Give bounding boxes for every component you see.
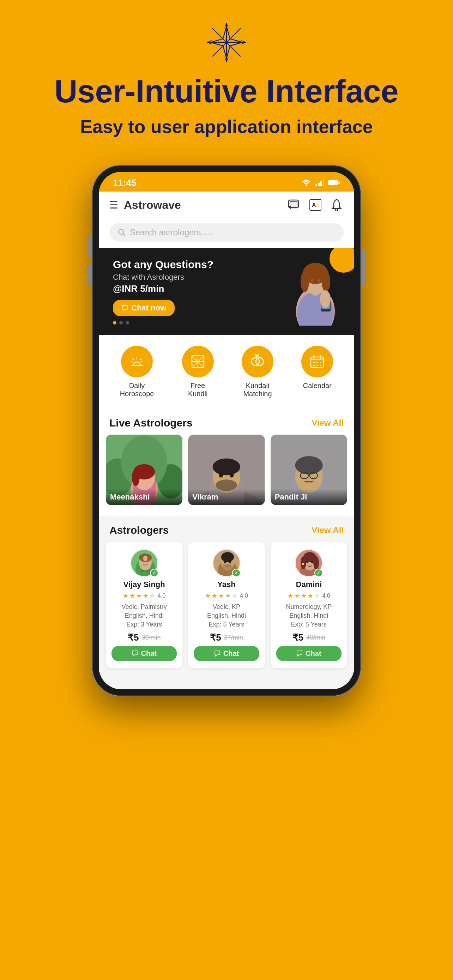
promo-banner: Got any Questions? Chat with Asrologers … xyxy=(99,248,354,335)
live-card-panditji[interactable]: Pandit Ji xyxy=(270,434,347,505)
calendar-circle xyxy=(301,346,333,377)
svg-line-42 xyxy=(141,361,143,361)
yash-avatar-wrap xyxy=(212,549,241,577)
live-card-meenakshi[interactable]: Meenakshi xyxy=(106,434,183,505)
chat-icon xyxy=(132,650,138,657)
svg-point-59 xyxy=(319,362,321,363)
wifi-icon xyxy=(301,179,311,186)
svg-point-86 xyxy=(295,456,323,474)
svg-point-111 xyxy=(302,563,304,565)
live-card-vikram[interactable]: Vikram xyxy=(188,434,265,505)
yash-stars: ★ ★ ★ ★ ★ 4.0 xyxy=(205,592,248,600)
svg-rect-16 xyxy=(320,181,322,186)
search-bar: Search astrologers..... xyxy=(99,218,354,248)
astrologer-card-vijay: SCIENC Vijay xyxy=(106,542,183,668)
top-section: User-Intuitive Interface Easy to user ap… xyxy=(0,0,453,165)
astrologers-view-all[interactable]: View All xyxy=(312,525,343,535)
chat-now-button[interactable]: Chat now xyxy=(113,300,175,316)
banner-content: Got any Questions? Chat with Asrologers … xyxy=(113,259,343,325)
header-right: A A xyxy=(287,198,343,212)
live-view-all[interactable]: View All xyxy=(312,418,343,428)
live-overlay-panditji: Pandit Ji xyxy=(270,489,347,505)
dot-3[interactable] xyxy=(126,321,129,325)
svg-text:A: A xyxy=(312,202,316,208)
quick-item-kundli[interactable]: FreeKundli xyxy=(182,346,214,398)
damini-avatar-wrap xyxy=(295,549,323,577)
svg-point-100 xyxy=(221,552,234,562)
page-subtitle: Easy to user application interface xyxy=(14,116,439,137)
damini-chat-button[interactable]: Chat xyxy=(276,646,342,661)
live-astrologers-header: Live Astrologers View All xyxy=(99,409,354,434)
vijay-avatar-wrap: SCIENC xyxy=(130,549,158,577)
search-icon xyxy=(118,229,126,236)
svg-point-108 xyxy=(313,556,319,569)
quick-item-calendar[interactable]: Calendar xyxy=(301,346,333,398)
live-overlay-meenakshi: Meenakshi xyxy=(106,489,183,505)
bottom-spacing xyxy=(0,696,453,738)
damini-price-orig: 40/min xyxy=(306,634,325,641)
kundli-circle xyxy=(182,346,214,377)
banner-subtitle: Chat with Asrologers xyxy=(113,273,343,282)
svg-line-43 xyxy=(131,361,132,361)
header-left: ☰ Astrowave xyxy=(110,199,181,212)
matching-label: KundaliMatching xyxy=(243,382,272,398)
dot-2[interactable] xyxy=(119,321,123,325)
yash-price: ₹5 37/min xyxy=(210,632,243,643)
vijay-name: Vijay Singh xyxy=(124,580,165,589)
damini-name: Damini xyxy=(296,580,322,589)
sun-icon xyxy=(128,353,146,371)
damini-price-main: ₹5 xyxy=(292,632,304,643)
astrologer-list-cards: SCIENC Vijay xyxy=(106,542,347,668)
banner-dots xyxy=(113,321,343,325)
chat-icon xyxy=(214,650,221,657)
astrologers-list-container: SCIENC Vijay xyxy=(99,542,354,675)
astrologers-header: Astrologers View All xyxy=(99,516,354,542)
phone-wrapper: 11:45 xyxy=(0,165,453,696)
svg-point-25 xyxy=(335,209,338,211)
chat-icon xyxy=(296,650,303,657)
svg-point-107 xyxy=(300,556,306,569)
yash-price-orig: 37/min xyxy=(224,634,243,641)
live-overlay-vikram: Vikram xyxy=(188,489,265,505)
search-input-wrap[interactable]: Search astrologers..... xyxy=(110,223,343,242)
search-placeholder: Search astrologers..... xyxy=(130,228,213,237)
svg-rect-19 xyxy=(339,181,340,184)
live-astrologers-section: Live Astrologers View All xyxy=(99,409,354,516)
svg-line-27 xyxy=(123,234,125,235)
translate-icon[interactable]: A A xyxy=(308,198,323,212)
quick-item-matching[interactable]: KundaliMatching xyxy=(242,346,273,398)
phone-outer: 11:45 xyxy=(92,165,361,696)
damini-price: ₹5 40/min xyxy=(292,632,326,643)
svg-line-45 xyxy=(133,359,134,360)
damini-rating: 4.0 xyxy=(323,593,330,599)
live-name-meenakshi: Meenakshi xyxy=(110,492,150,501)
calendar-label: Calendar xyxy=(303,382,332,390)
banner-title: Got any Questions? xyxy=(113,259,343,270)
svg-point-77 xyxy=(213,458,240,475)
calendar-icon xyxy=(308,353,326,371)
signal-icon xyxy=(315,179,324,186)
quick-item-horoscope[interactable]: DailyHoroscope xyxy=(120,346,154,398)
vijay-verified xyxy=(150,569,158,577)
notification-icon[interactable] xyxy=(329,198,343,212)
live-name-vikram: Vikram xyxy=(192,492,218,501)
hamburger-icon[interactable]: ☰ xyxy=(110,199,118,211)
chat-history-icon[interactable] xyxy=(287,198,301,212)
chat-icon-small xyxy=(121,304,129,312)
status-icons xyxy=(301,179,340,186)
svg-point-62 xyxy=(319,365,321,366)
yash-chat-button[interactable]: Chat xyxy=(194,646,259,661)
kundli-icon xyxy=(189,353,207,371)
svg-text:A: A xyxy=(316,203,319,208)
svg-point-102 xyxy=(229,561,231,563)
dot-1[interactable] xyxy=(113,321,116,325)
vijay-price: ₹5 30/min xyxy=(128,632,161,643)
live-astrologers-list: Meenakshi xyxy=(99,434,354,516)
vijay-price-main: ₹5 xyxy=(128,632,139,643)
svg-point-79 xyxy=(219,473,223,478)
kundli-label: FreeKundli xyxy=(188,382,208,398)
vijay-chat-button[interactable]: Chat xyxy=(111,646,177,661)
vijay-rating: 4.0 xyxy=(158,593,165,599)
svg-point-61 xyxy=(316,365,318,366)
phone-screen: 11:45 xyxy=(99,172,354,689)
